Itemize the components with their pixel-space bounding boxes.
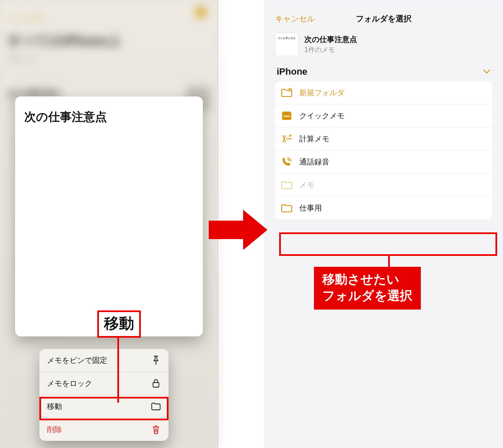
context-menu: メモをピンで固定 メモをロック 移動 削除 — [39, 349, 169, 441]
folder-row-quick-label: クイックメモ — [299, 111, 345, 121]
folder-row-new[interactable]: 新規フォルダ — [275, 81, 492, 104]
more-button-blurred — [195, 7, 206, 18]
folder-icon — [281, 203, 293, 213]
blurred-subtitle: 1件のメモ — [8, 55, 210, 63]
note-thumbnail: 次の仕事注意点 — [275, 33, 298, 56]
folder-row-work[interactable]: 仕事用 — [275, 197, 492, 219]
menu-move-label: 移動 — [47, 401, 62, 412]
note-summary-title: 次の仕事注意点 — [304, 34, 357, 44]
math-icon — [281, 134, 293, 144]
folder-list: 新規フォルダ クイックメモ 計算メモ 通話録音 — [275, 81, 492, 219]
menu-delete-label: 削除 — [47, 425, 62, 435]
annotation-folder-highlight — [279, 232, 497, 256]
menu-pin-label: メモをピンで固定 — [47, 355, 107, 365]
folder-row-memo-label: メモ — [299, 180, 314, 190]
modal-header: キャンセル フォルダを選択 — [268, 9, 499, 29]
note-preview-card: 次の仕事注意点 — [15, 96, 203, 336]
section-header-label: iPhone — [277, 66, 307, 77]
folder-row-calc[interactable]: 計算メモ — [275, 128, 492, 151]
blurred-title: すべてのiPhone上 — [8, 32, 210, 50]
folder-icon — [281, 180, 293, 190]
annotation-callout: 移動させたい フォルダを選択 — [314, 267, 421, 310]
folder-row-call[interactable]: 通話録音 — [275, 151, 492, 174]
folder-row-calc-label: 計算メモ — [299, 134, 329, 144]
menu-delete[interactable]: 削除 — [39, 418, 169, 441]
phone-record-icon — [281, 157, 293, 167]
right-screenshot: キャンセル フォルダを選択 次の仕事注意点 次の仕事注意点 1件のメモ iPho… — [264, 0, 503, 448]
quick-note-icon — [281, 111, 293, 121]
section-header-iphone[interactable]: iPhone — [268, 64, 499, 81]
cancel-button[interactable]: キャンセル — [275, 13, 315, 24]
folder-row-memo: メモ — [275, 174, 492, 197]
note-preview-title: 次の仕事注意点 — [24, 109, 194, 125]
folder-plus-icon — [281, 88, 293, 98]
menu-pin[interactable]: メモをピンで固定 — [39, 349, 169, 372]
annotation-arrow — [209, 210, 267, 250]
pin-icon — [151, 355, 161, 365]
svg-rect-0 — [153, 383, 159, 387]
trash-icon — [151, 425, 161, 435]
menu-move[interactable]: 移動 — [39, 395, 169, 418]
left-screenshot: < フォルダ すべてのiPhone上 1件のメモ 次の仕事注意点 15:14 追… — [0, 0, 218, 448]
folder-row-call-label: 通話録音 — [299, 157, 329, 167]
folder-row-work-label: 仕事用 — [299, 203, 322, 213]
annotation-connector-line — [117, 336, 119, 403]
folder-row-new-label: 新規フォルダ — [299, 88, 345, 98]
menu-lock-label: メモをロック — [47, 378, 92, 388]
menu-lock[interactable]: メモをロック — [39, 372, 169, 395]
chevron-down-icon — [483, 69, 490, 74]
folder-icon — [151, 401, 161, 412]
note-summary-row: 次の仕事注意点 次の仕事注意点 1件のメモ — [268, 29, 499, 64]
annotation-move-label: 移動 — [97, 310, 141, 338]
folder-row-quick[interactable]: クイックメモ — [275, 104, 492, 128]
note-summary-count: 1件のメモ — [304, 46, 357, 55]
lock-icon — [151, 378, 161, 388]
back-button-blurred: < フォルダ — [8, 13, 44, 23]
